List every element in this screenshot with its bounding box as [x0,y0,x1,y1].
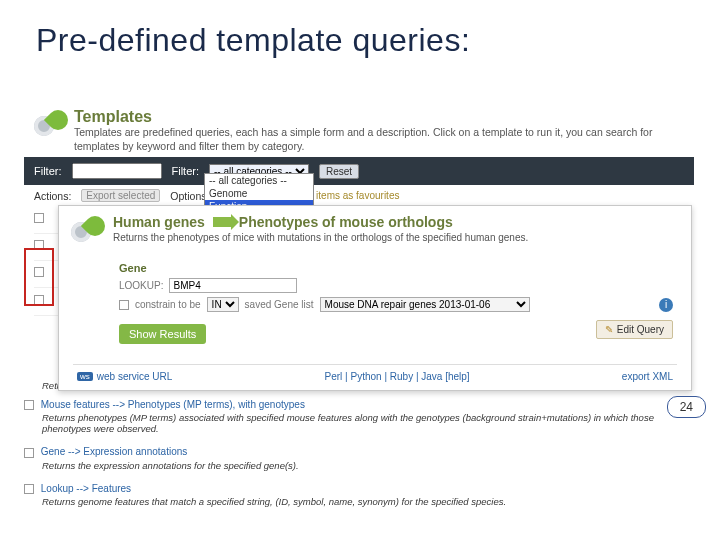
actions-label: Actions: [34,190,71,202]
show-results-button[interactable]: Show Results [119,324,206,344]
template-link[interactable]: Mouse features --> Phenotypes (MP terms)… [41,399,305,410]
template-run-panel: Human genes Phenotypes of mouse ortholog… [58,205,692,391]
lookup-input[interactable] [169,278,297,293]
web-service-link[interactable]: wsweb service URL [77,371,172,382]
row-checkbox[interactable] [24,484,34,494]
saved-list-select[interactable]: Mouse DNA repair genes 2013-01-06 [320,297,530,312]
template-footer: wsweb service URL Perl | Python | Ruby |… [73,364,677,390]
reset-button[interactable]: Reset [319,164,359,179]
constrain-checkbox[interactable] [119,300,129,310]
export-selected-button[interactable]: Export selected [81,189,160,202]
filter-bar: Filter: Filter: -- all categories -- Res… [24,157,694,185]
row-checkbox[interactable] [24,448,34,458]
constrain-op-select[interactable]: IN [207,297,239,312]
template-run-header: Human genes Phenotypes of mouse ortholog… [59,206,691,254]
export-xml-link[interactable]: export XML [622,371,673,382]
dropdown-option[interactable]: -- all categories -- [205,174,313,187]
list-item[interactable]: Lookup --> Features Returns genome featu… [24,483,684,507]
row-checkbox[interactable] [24,400,34,410]
dropdown-option[interactable]: Genome [205,187,313,200]
templates-logo-icon [71,214,105,248]
template-form: Gene LOOKUP: constrain to be IN saved Ge… [59,254,691,354]
saved-list-label: saved Gene list [245,299,314,310]
actions-row: Actions: Export selected Options: M ★ Lo… [24,185,694,206]
template-link[interactable]: Gene --> Expression annotations [41,446,187,457]
list-item[interactable]: Mouse features --> Phenotypes (MP terms)… [24,399,684,434]
template-list-lower: Returns mouse genotypes (models) associa… [24,380,684,519]
template-title-left: Human genes [113,214,205,230]
template-link[interactable]: Lookup --> Features [41,483,131,494]
templates-header: Templates Templates are predefined queri… [24,102,694,157]
list-item-desc: Returns phenotypes (MP terms) associated… [42,412,684,434]
arrow-right-icon [213,217,231,227]
template-title-right: Phenotypes of mouse orthologs [239,214,453,230]
highlight-box [24,248,54,306]
gene-section-label: Gene [119,262,673,274]
list-item-desc: Returns genome features that match a spe… [42,496,684,507]
template-description: Returns the phenotypes of mice with muta… [113,232,528,243]
pencil-icon: ✎ [605,324,613,335]
slide-title: Pre-defined template queries: [0,0,720,67]
templates-subheading: Templates are predefined queries, each h… [74,126,684,153]
edit-query-button[interactable]: ✎Edit Query [596,320,673,339]
filter-text-input[interactable] [72,163,162,179]
filter-label-category: Filter: [172,165,200,177]
lookup-label: LOOKUP: [119,280,163,291]
info-icon[interactable]: i [659,298,673,312]
list-item[interactable]: Gene --> Expression annotations Returns … [24,446,684,470]
templates-logo-icon [34,108,68,142]
ws-badge-icon: ws [77,372,93,381]
template-title: Human genes Phenotypes of mouse ortholog… [113,214,528,230]
filter-label-text: Filter: [34,165,62,177]
templates-heading: Templates [74,108,684,126]
code-languages-links[interactable]: Perl | Python | Ruby | Java [help] [325,371,470,382]
page-number-badge: 24 [667,396,706,418]
list-item-desc: Returns the expression annotations for t… [42,460,684,471]
constrain-label: constrain to be [135,299,201,310]
